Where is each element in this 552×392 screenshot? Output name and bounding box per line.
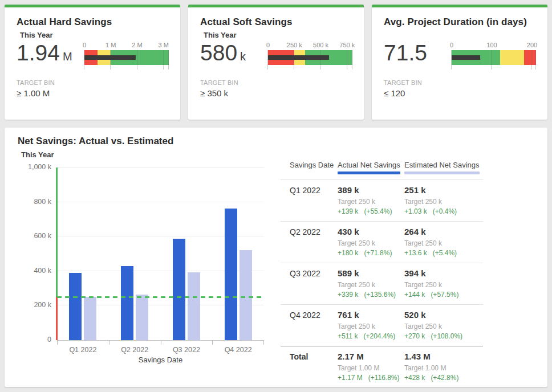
kpi-card-content: Avg. Project Duration (in days) 71.5 010…	[372, 7, 547, 98]
estimated-cell: 520 k Target 250 k +270 k(+108.0%)	[404, 310, 483, 340]
dashboard-page: Actual Hard Savings This Year 1.94M 01 M…	[0, 0, 552, 392]
estimated-delta: +1.03 k(+0.4%)	[404, 207, 483, 215]
estimated-value: 394 k	[404, 268, 483, 278]
bullet-band	[84, 50, 169, 65]
row-date: Q2 2022	[281, 227, 338, 257]
row-date: Q4 2022	[281, 310, 338, 340]
kpi-value-number: 1.94	[17, 40, 60, 65]
bullet-tick	[347, 50, 347, 70]
target-bin-label: TARGET BIN	[17, 79, 169, 86]
y-axis-tick-label: 400 k	[11, 267, 51, 275]
table-row-q4-2022[interactable]: Q4 2022 761 k Target 250 k +511 k(+204.4…	[281, 304, 483, 346]
column-header-estimated-net-savings[interactable]: Estimated Net Savings	[404, 161, 483, 174]
bar-actual-net-savings-q1-2022[interactable]	[69, 273, 82, 340]
bullet-tick	[352, 50, 352, 70]
actual-value: 389 k	[338, 185, 404, 195]
estimated-cell: 394 k Target 250 k +144 k(+57.5%)	[404, 268, 483, 299]
actual-target: Target 250 k	[338, 281, 404, 289]
bar-estimated-net-savings-q1-2022[interactable]	[84, 297, 96, 340]
table-header: Savings Date Actual Net Savings Estimate…	[281, 161, 483, 179]
bar-estimated-net-savings-q4-2022[interactable]	[240, 250, 252, 340]
bullet-band	[268, 50, 352, 65]
kpi-body: 1.94M 01 M2 M3 M	[17, 42, 169, 67]
bar-estimated-net-savings-q3-2022[interactable]	[188, 272, 200, 340]
bullet-tick	[267, 50, 268, 70]
gridline	[57, 202, 264, 202]
estimated-value: 520 k	[404, 310, 483, 320]
bullet-range-segment	[500, 50, 524, 65]
estimated-value: 1.43 M	[404, 352, 483, 361]
bar-actual-net-savings-q4-2022[interactable]	[225, 209, 237, 340]
row-date: Q1 2022	[281, 185, 338, 215]
target-bin-label: TARGET BIN	[384, 79, 536, 86]
estimated-delta: +428 k(+42.8%)	[404, 374, 483, 382]
column-header-savings-date[interactable]: Savings Date	[281, 161, 338, 174]
target-bin-value: ≥ 1.00 M	[17, 88, 169, 98]
bullet-axis-labels: 0250 k500 k750 k	[268, 42, 352, 50]
x-axis-tick	[109, 340, 109, 345]
bar-chart-plot: 0200 k400 k600 k800 k1,000 kQ1 2022Q2 20…	[57, 168, 264, 340]
actual-cell: 589 k Target 250 k +339 k(+135.6%)	[338, 268, 404, 299]
y-axis-tick-label: 0	[11, 336, 51, 344]
kpi-body: 580k 0250 k500 k750 k	[200, 42, 352, 67]
column-header-actual-net-savings[interactable]: Actual Net Savings	[338, 161, 404, 174]
row-date: Total	[281, 352, 338, 382]
kpi-card-actual-hard-savings[interactable]: Actual Hard Savings This Year 1.94M 01 M…	[5, 5, 180, 120]
kpi-title: Avg. Project Duration (in days)	[384, 17, 536, 28]
gridline	[57, 167, 264, 168]
target-bin-value: ≥ 350 k	[200, 88, 352, 98]
x-axis-tick	[263, 340, 264, 345]
bullet-tick-label: 0	[83, 42, 86, 48]
bullet-tick-label: 0	[266, 42, 270, 48]
actual-target: Target 250 k	[338, 322, 404, 330]
bullet-range-segment	[524, 50, 536, 65]
estimated-target: Target 250 k	[404, 322, 483, 330]
bullet-tick	[320, 50, 321, 70]
bar-actual-net-savings-q3-2022[interactable]	[173, 239, 185, 340]
y-axis-below-target-segment	[56, 297, 58, 340]
y-axis-above-target-segment	[56, 168, 58, 297]
bullet-tick	[168, 50, 169, 70]
target-bin-value: ≤ 120	[384, 88, 536, 98]
actual-value: 761 k	[338, 310, 404, 320]
table-row-q2-2022[interactable]: Q2 2022 430 k Target 250 k +180 k(+71.8%…	[281, 221, 483, 263]
kpi-subtitle: This Year	[200, 31, 352, 40]
kpi-value: 1.94M	[17, 42, 72, 64]
table-row-total[interactable]: Total 2.17 M Target 1.00 M +1.17 M(+116.…	[281, 346, 483, 387]
bullet-tick	[491, 50, 492, 70]
kpi-card-avg-project-duration[interactable]: Avg. Project Duration (in days) 71.5 010…	[372, 5, 547, 120]
bullet-tick	[84, 50, 84, 70]
actual-value: 589 k	[338, 268, 404, 278]
estimated-series-legend-bar	[404, 172, 480, 174]
x-axis-category-label: Q1 2022	[60, 346, 105, 354]
table-row-q1-2022[interactable]: Q1 2022 389 k Target 250 k +139 k(+55.4%…	[281, 179, 483, 221]
estimated-cell: 1.43 M Target 1.00 M +428 k(+42.8%)	[404, 352, 483, 382]
estimated-cell: 264 k Target 250 k +13.6 k(+5.4%)	[404, 227, 483, 257]
bullet-tick-label: 3 M	[159, 42, 169, 48]
bullet-axis-labels: 01 M2 M3 M	[84, 42, 169, 50]
kpi-card-actual-soft-savings[interactable]: Actual Soft Savings This Year 580k 0250 …	[188, 5, 364, 120]
actual-delta: +1.17 M(+116.8%)	[338, 374, 404, 382]
x-axis-tick	[161, 340, 161, 345]
actual-delta: +180 k(+71.8%)	[338, 249, 404, 257]
bullet-tick-label: 1 M	[105, 42, 116, 48]
kpi-value: 580k	[200, 42, 246, 64]
net-savings-panel[interactable]: Net Savings: Actual vs. Estimated This Y…	[5, 128, 547, 387]
estimated-target: Target 250 k	[404, 239, 483, 247]
bullet-tick	[110, 50, 111, 70]
actual-cell: 2.17 M Target 1.00 M +1.17 M(+116.8%)	[338, 352, 404, 382]
actual-delta: +339 k(+135.6%)	[338, 291, 404, 299]
bullet-tick	[163, 50, 164, 70]
table-row-q3-2022[interactable]: Q3 2022 589 k Target 250 k +339 k(+135.6…	[281, 263, 483, 304]
bar-estimated-net-savings-q2-2022[interactable]	[136, 295, 148, 340]
bullet-value-bar	[84, 55, 136, 60]
y-axis-tick-label: 1,000 k	[11, 163, 51, 171]
bullet-value-bar	[452, 55, 480, 60]
estimated-value: 264 k	[404, 227, 483, 236]
bullet-tick-label: 250 k	[287, 42, 302, 48]
x-axis-category-label: Q4 2022	[216, 346, 261, 354]
bar-actual-net-savings-q2-2022[interactable]	[121, 266, 133, 340]
bullet-chart: 01 M2 M3 M	[84, 42, 169, 67]
kpi-title: Actual Soft Savings	[200, 17, 352, 28]
actual-target: Target 250 k	[338, 239, 404, 247]
